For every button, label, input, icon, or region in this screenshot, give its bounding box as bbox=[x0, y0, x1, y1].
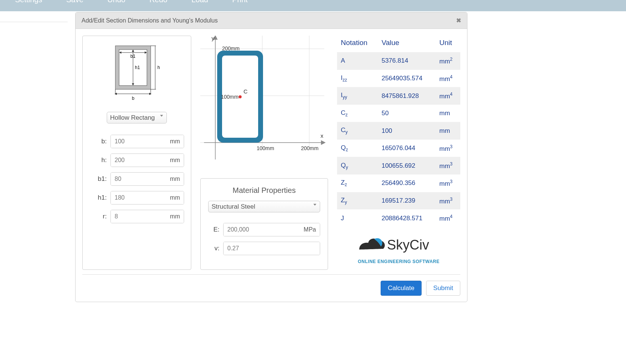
dialog-title: Add/Edit Section Dimensions and Young's … bbox=[82, 17, 218, 23]
menu-save[interactable]: Save bbox=[66, 0, 83, 4]
divider bbox=[0, 22, 68, 22]
section-dialog: Add/Edit Section Dimensions and Young's … bbox=[75, 12, 467, 22]
menu-load[interactable]: Load bbox=[191, 0, 208, 4]
topbar: Settings Save Undo Redo Load Print bbox=[0, 0, 626, 11]
menu-print[interactable]: Print bbox=[232, 0, 248, 4]
dialog-titlebar: Add/Edit Section Dimensions and Young's … bbox=[76, 12, 467, 22]
menu-undo[interactable]: Undo bbox=[107, 0, 126, 4]
close-icon[interactable]: ✖ bbox=[456, 17, 461, 22]
menu-redo[interactable]: Redo bbox=[150, 0, 168, 4]
menu-settings[interactable]: Settings bbox=[15, 0, 42, 4]
